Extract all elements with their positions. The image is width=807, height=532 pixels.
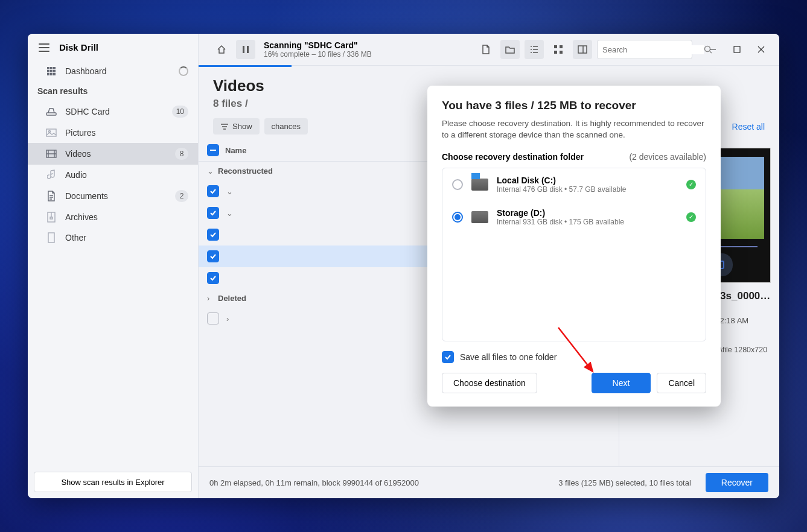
- svg-rect-6: [47, 73, 49, 75]
- archive-icon: [46, 212, 57, 223]
- save-all-label: Save all files to one folder: [460, 352, 557, 362]
- check-icon: ✓: [686, 212, 696, 222]
- panel-toggle-button[interactable]: [573, 40, 592, 59]
- sidebar-badge: 10: [172, 106, 188, 118]
- sidebar-item-other[interactable]: Other: [28, 227, 198, 248]
- maximize-button[interactable]: [727, 40, 747, 59]
- svg-rect-5: [53, 70, 56, 72]
- drive-name: Storage (D:): [497, 208, 624, 218]
- drive-icon: [471, 179, 488, 191]
- document-icon: [46, 191, 57, 201]
- svg-rect-4: [50, 70, 53, 72]
- chevron-down-icon: ›: [207, 294, 218, 303]
- svg-rect-1: [50, 67, 53, 69]
- grid-view-button[interactable]: [549, 40, 568, 59]
- next-button[interactable]: Next: [592, 373, 651, 393]
- svg-point-10: [49, 131, 51, 133]
- svg-rect-20: [578, 46, 587, 53]
- svg-rect-9: [46, 129, 56, 136]
- search-input[interactable]: [602, 45, 704, 54]
- drive-option[interactable]: Storage (D:) Internal 931 GB disk • 175 …: [442, 201, 706, 233]
- topbar: Scanning "SDHC Card" 16% complete – 10 f…: [199, 34, 779, 66]
- row-checkbox[interactable]: [207, 229, 219, 241]
- drive-details: Internal 476 GB disk • 57.7 GB available: [497, 185, 626, 194]
- sidebar-section-header: Scan results: [28, 81, 198, 101]
- sidebar-item-sdhc-card[interactable]: SDHC Card 10: [28, 101, 198, 122]
- sidebar-label: Dashboard: [65, 66, 107, 76]
- grid-icon: [46, 66, 57, 77]
- destination-count: (2 devices available): [629, 152, 706, 162]
- file-view-button[interactable]: [476, 40, 496, 59]
- home-button[interactable]: [212, 40, 231, 59]
- picture-icon: [46, 127, 57, 138]
- row-checkbox[interactable]: [207, 185, 219, 197]
- sidebar-item-audio[interactable]: Audio: [28, 165, 198, 185]
- scan-progress-bar: [199, 65, 292, 67]
- svg-rect-15: [247, 46, 249, 53]
- destination-list: Local Disk (C:) Internal 476 GB disk • 5…: [442, 168, 706, 341]
- sidebar-badge: 2: [175, 190, 188, 202]
- app-window: Disk Drill Dashboard Scan results SDHC C…: [28, 34, 779, 498]
- radio-button[interactable]: [452, 212, 463, 223]
- row-checkbox[interactable]: [207, 250, 219, 262]
- sidebar-item-archives[interactable]: Archives: [28, 207, 198, 227]
- sidebar: Disk Drill Dashboard Scan results SDHC C…: [28, 34, 198, 498]
- video-icon: [46, 148, 57, 159]
- svg-rect-13: [48, 233, 54, 242]
- sidebar-item-label: Archives: [65, 212, 98, 222]
- svg-rect-14: [243, 46, 244, 53]
- drive-icon: [46, 106, 57, 117]
- row-checkbox[interactable]: [207, 272, 219, 284]
- chances-filter-chip[interactable]: chances: [264, 118, 308, 135]
- column-name: Name: [225, 146, 246, 155]
- radio-button[interactable]: [452, 179, 463, 190]
- show-in-explorer-button[interactable]: Show scan results in Explorer: [34, 472, 192, 492]
- pause-button[interactable]: [236, 40, 255, 59]
- drive-option[interactable]: Local Disk (C:) Internal 476 GB disk • 5…: [442, 168, 706, 201]
- svg-rect-0: [47, 67, 49, 69]
- sidebar-item-label: Audio: [65, 170, 87, 180]
- sidebar-item-label: Pictures: [65, 128, 96, 138]
- sidebar-item-pictures[interactable]: Pictures: [28, 122, 198, 143]
- sidebar-dashboard[interactable]: Dashboard: [28, 61, 198, 81]
- sidebar-item-documents[interactable]: Documents 2: [28, 185, 198, 207]
- sidebar-item-label: Documents: [65, 191, 108, 201]
- sidebar-item-label: Videos: [65, 149, 91, 159]
- menu-icon[interactable]: [39, 43, 49, 52]
- chevron-icon: ⌄: [226, 187, 237, 196]
- svg-rect-7: [50, 73, 53, 75]
- recover-button[interactable]: Recover: [706, 473, 768, 492]
- svg-rect-18: [554, 51, 557, 54]
- check-icon: ✓: [686, 180, 696, 189]
- scan-title: Scanning "SDHC Card": [264, 40, 471, 50]
- save-all-checkbox[interactable]: [442, 351, 454, 363]
- main-panel: Scanning "SDHC Card" 16% complete – 10 f…: [198, 34, 779, 498]
- svg-rect-2: [53, 67, 56, 69]
- svg-rect-22: [734, 46, 740, 52]
- drive-details: Internal 931 GB disk • 175 GB available: [497, 218, 624, 226]
- footer-selection: 3 files (125 MB) selected, 10 files tota…: [558, 478, 691, 487]
- app-title: Disk Drill: [59, 42, 98, 52]
- dialog-title: You have 3 files / 125 MB to recover: [442, 99, 706, 112]
- minimize-button[interactable]: [703, 40, 722, 59]
- folder-view-button[interactable]: [500, 40, 520, 59]
- spinner-icon: [179, 66, 188, 76]
- list-view-button[interactable]: [525, 40, 544, 59]
- close-button[interactable]: [751, 40, 771, 59]
- chevron-right-icon: ›: [226, 314, 237, 323]
- reset-all-link[interactable]: Reset all: [732, 122, 765, 131]
- cancel-button[interactable]: Cancel: [657, 373, 706, 393]
- row-checkbox[interactable]: [207, 312, 219, 325]
- row-checkbox[interactable]: [207, 207, 219, 219]
- sidebar-item-label: SDHC Card: [65, 107, 110, 116]
- audio-icon: [46, 169, 57, 180]
- search-field[interactable]: [597, 40, 692, 59]
- sidebar-item-videos[interactable]: Videos 8: [28, 143, 198, 165]
- svg-rect-8: [53, 73, 56, 75]
- select-all-checkbox[interactable]: [207, 144, 219, 156]
- scan-subtitle: 16% complete – 10 files / 336 MB: [264, 50, 471, 59]
- choose-destination-button[interactable]: Choose destination: [442, 373, 537, 393]
- show-filter-chip[interactable]: Show: [213, 118, 260, 135]
- svg-rect-19: [560, 51, 563, 54]
- svg-rect-17: [560, 45, 563, 48]
